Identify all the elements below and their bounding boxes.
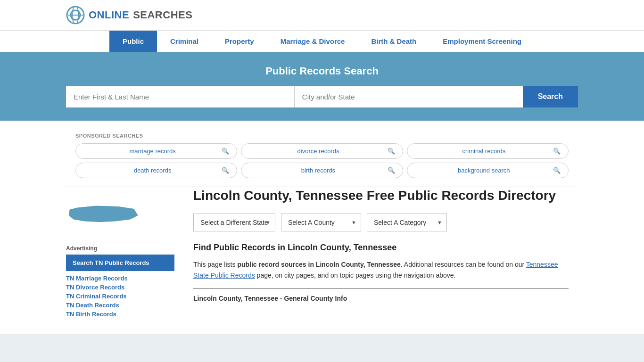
tag-background-text: background search (415, 167, 553, 174)
search-tag-icon-4: 🔍 (388, 167, 395, 174)
search-tag-icon-3: 🔍 (222, 167, 229, 174)
sponsored-section: SPONSORED SEARCHES marriage records 🔍 di… (66, 126, 578, 187)
state-select-wrapper: Select a Different State (193, 214, 275, 231)
state-map (66, 198, 174, 238)
logo-text-online: ONLINE (89, 9, 129, 21)
search-tag-icon-2: 🔍 (553, 148, 561, 155)
page-title: Lincoln County, Tennessee Free Public Re… (193, 187, 569, 204)
sidebar-link-criminal[interactable]: TN Criminal Records (66, 293, 174, 300)
section-heading: Find Public Records in Lincoln County, T… (193, 243, 569, 253)
tag-background-search[interactable]: background search 🔍 (407, 163, 569, 178)
nav-item-employment[interactable]: Employment Screening (429, 31, 535, 52)
hero-title: Public Records Search (66, 65, 578, 77)
tag-birth-records[interactable]: birth records 🔍 (241, 163, 403, 178)
description-text: This page lists public record sources in… (193, 259, 569, 280)
county-select-wrapper: Select A County (281, 214, 361, 231)
tag-divorce-text: divorce records (249, 148, 387, 155)
tag-divorce-records[interactable]: divorce records 🔍 (241, 143, 403, 159)
sidebar-link-death[interactable]: TN Death Records (66, 302, 174, 309)
main-content: Lincoln County, Tennessee Free Public Re… (184, 187, 578, 320)
tn-map-svg (66, 198, 141, 236)
nav-item-property[interactable]: Property (212, 31, 267, 52)
logo-icon (66, 6, 85, 25)
info-box: Lincoln County, Tennessee - General Coun… (193, 288, 569, 302)
tag-birth-text: birth records (249, 167, 387, 174)
state-select[interactable]: Select a Different State (193, 214, 275, 231)
sidebar: Advertising Search TN Public Records TN … (66, 187, 174, 320)
site-header: ONLINESEARCHES (0, 0, 644, 30)
sidebar-link-divorce[interactable]: TN Divorce Records (66, 284, 174, 291)
category-select[interactable]: Select A Category (367, 214, 447, 231)
hero-section: Public Records Search Search (0, 52, 644, 121)
search-tag-icon-0: 🔍 (222, 148, 229, 155)
tag-marriage-records[interactable]: marriage records 🔍 (75, 143, 237, 159)
sponsored-label: SPONSORED SEARCHES (75, 133, 569, 139)
svg-marker-3 (69, 206, 138, 222)
category-select-wrapper: Select A Category (367, 214, 447, 231)
name-input[interactable] (66, 86, 295, 107)
hero-inner: Public Records Search Search (0, 52, 644, 121)
sidebar-link-birth[interactable]: TN Birth Records (66, 311, 174, 318)
tag-criminal-records[interactable]: criminal records 🔍 (407, 143, 569, 159)
logo[interactable]: ONLINESEARCHES (66, 6, 192, 25)
nav-item-public[interactable]: Public (109, 31, 157, 52)
search-bar: Search (66, 86, 578, 107)
advertising-label: Advertising (66, 245, 174, 252)
info-box-title: Lincoln County, Tennessee - General Coun… (193, 295, 569, 302)
location-input[interactable] (295, 86, 523, 107)
tag-marriage-text: marriage records (83, 148, 222, 155)
dropdowns-row: Select a Different State Select A County… (193, 214, 569, 231)
nav-item-birth-death[interactable]: Birth & Death (358, 31, 429, 52)
search-tags: marriage records 🔍 divorce records 🔍 cri… (75, 143, 569, 178)
tag-criminal-text: criminal records (415, 148, 553, 155)
search-tag-icon-5: 🔍 (553, 167, 561, 174)
search-button[interactable]: Search (523, 86, 578, 107)
county-select[interactable]: Select A County (281, 214, 361, 231)
ad-box[interactable]: Search TN Public Records (66, 255, 174, 271)
sidebar-link-marriage[interactable]: TN Marriage Records (66, 275, 174, 282)
nav-item-marriage-divorce[interactable]: Marriage & Divorce (267, 31, 358, 52)
logo-text-searches: SEARCHES (133, 9, 192, 21)
tag-death-text: death records (83, 167, 222, 174)
tag-death-records[interactable]: death records 🔍 (75, 163, 237, 178)
search-tag-icon-1: 🔍 (388, 148, 395, 155)
nav-item-criminal[interactable]: Criminal (157, 31, 212, 52)
main-nav: Public Criminal Property Marriage & Divo… (0, 30, 644, 52)
